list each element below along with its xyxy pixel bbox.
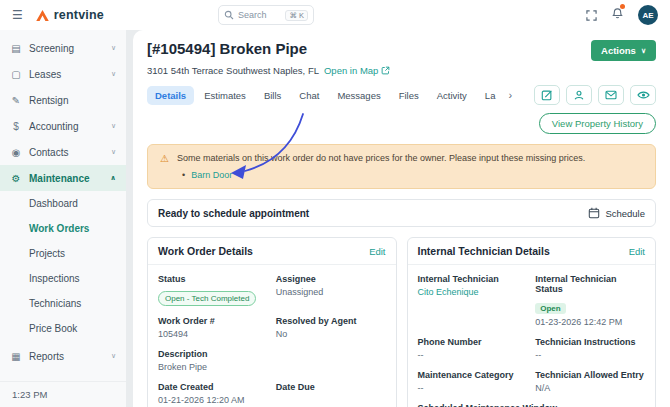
field-label: Date Due bbox=[276, 382, 386, 392]
sidebar-subitem-technicians[interactable]: Technicians bbox=[0, 291, 126, 316]
sidebar-subitem-projects[interactable]: Projects bbox=[0, 241, 126, 266]
user-icon bbox=[573, 89, 585, 101]
field-label: Date Created bbox=[158, 382, 268, 392]
sidebar-subitem-price-book[interactable]: Price Book bbox=[0, 316, 126, 341]
notification-dot bbox=[620, 4, 625, 9]
edit-work-order-link[interactable]: Edit bbox=[369, 246, 385, 257]
tab-bills[interactable]: Bills bbox=[256, 86, 289, 105]
sidebar-subitem-dashboard[interactable]: Dashboard bbox=[0, 191, 126, 216]
contact-button[interactable] bbox=[566, 85, 592, 105]
edit-technician-link[interactable]: Edit bbox=[629, 246, 645, 257]
tabs-row: Details Estimates Bills Chat Messages Fi… bbox=[147, 85, 656, 105]
chevron-down-icon: ∨ bbox=[111, 70, 116, 78]
field-date-created: Date Created 01-21-2026 12:20 AM bbox=[158, 382, 268, 405]
open-in-map-link[interactable]: Open in Map bbox=[324, 65, 390, 76]
field-label: Internal Technician bbox=[418, 274, 528, 284]
rentvine-logo-icon bbox=[35, 9, 50, 22]
field-work-order-number: Work Order # 105494 bbox=[158, 316, 268, 339]
field-technician-instructions: Technician Instructions -- bbox=[535, 337, 645, 360]
schedule-button[interactable]: Schedule bbox=[588, 207, 645, 219]
search-placeholder: Search bbox=[238, 10, 281, 20]
calendar-icon bbox=[588, 207, 600, 219]
contacts-icon: ◉ bbox=[10, 147, 22, 158]
warning-icon: ⚠ bbox=[160, 153, 169, 165]
sidebar-subitem-work-orders[interactable]: Work Orders bbox=[0, 216, 126, 241]
sidebar-item-screening[interactable]: ▤ Screening ∨ bbox=[0, 35, 126, 61]
reports-icon: ▦ bbox=[10, 351, 22, 362]
field-value: Unassigned bbox=[276, 287, 386, 297]
tabs-scroll-right-icon[interactable]: › bbox=[505, 89, 515, 101]
actions-button[interactable]: Actions ∨ bbox=[591, 40, 656, 61]
technician-status-date: 01-23-2026 12:42 PM bbox=[535, 317, 645, 327]
session-clock: 1:23 PM bbox=[0, 381, 126, 407]
sidebar-item-contacts[interactable]: ◉ Contacts ∨ bbox=[0, 139, 126, 165]
logo-text: rentvine bbox=[54, 8, 104, 22]
chevron-down-icon: ∨ bbox=[111, 148, 116, 156]
sidebar-item-accounting[interactable]: $ Accounting ∨ bbox=[0, 113, 126, 139]
expand-icon[interactable] bbox=[586, 10, 597, 21]
email-button[interactable] bbox=[598, 85, 624, 105]
search-input[interactable]: Search ⌘ K bbox=[218, 5, 314, 25]
alert-message: Some materials on this work order do not… bbox=[177, 153, 585, 165]
property-address: 3101 54th Terrace Southwest Naples, FL bbox=[147, 65, 319, 76]
tab-estimates[interactable]: Estimates bbox=[196, 86, 254, 105]
tab-labor-truncated[interactable]: La bbox=[477, 86, 504, 105]
sidebar-item-leases[interactable]: ▢ Leases ∨ bbox=[0, 61, 126, 87]
card-title: Internal Technician Details bbox=[418, 245, 550, 257]
field-value: -- bbox=[535, 350, 645, 360]
tab-chat[interactable]: Chat bbox=[291, 86, 327, 105]
field-label: Internal Technician Status bbox=[535, 274, 645, 294]
view-property-history-button[interactable]: View Property History bbox=[539, 113, 656, 134]
hamburger-menu-icon[interactable]: ☰ bbox=[12, 9, 23, 21]
pencil-square-icon bbox=[541, 89, 553, 101]
rentvine-logo[interactable]: rentvine bbox=[35, 8, 104, 22]
quick-action-buttons bbox=[534, 85, 656, 105]
field-label: Technician Instructions bbox=[535, 337, 645, 347]
barn-door-link[interactable]: Barn Door bbox=[191, 170, 232, 180]
chevron-down-icon: ∨ bbox=[111, 352, 116, 360]
tab-activity[interactable]: Activity bbox=[429, 86, 475, 105]
technician-link[interactable]: Cito Echenique bbox=[418, 287, 528, 297]
field-label: Assignee bbox=[276, 274, 386, 284]
field-internal-technician: Internal Technician Cito Echenique bbox=[418, 274, 528, 327]
field-value: Broken Pipe bbox=[158, 362, 386, 372]
actions-button-label: Actions bbox=[601, 45, 636, 56]
tab-details[interactable]: Details bbox=[147, 86, 194, 105]
status-badge: Open - Tech Completed bbox=[158, 291, 256, 306]
field-maintenance-category: Maintenance Category -- bbox=[418, 370, 528, 393]
field-technician-status: Internal Technician Status Open 01-23-20… bbox=[535, 274, 645, 327]
sidebar-item-label: Contacts bbox=[29, 147, 68, 158]
notifications-button[interactable] bbox=[611, 6, 624, 24]
envelope-icon bbox=[605, 90, 617, 100]
technician-status-badge: Open bbox=[535, 303, 565, 314]
field-label: Description bbox=[158, 349, 386, 359]
page-title: [#105494] Broken Pipe bbox=[147, 40, 307, 57]
sidebar-item-label: Rentsign bbox=[29, 95, 68, 106]
sidebar-subitem-inspections[interactable]: Inspections bbox=[0, 266, 126, 291]
eye-icon bbox=[637, 90, 650, 100]
field-value: 105494 bbox=[158, 329, 268, 339]
schedule-button-label: Schedule bbox=[605, 208, 645, 219]
tab-messages[interactable]: Messages bbox=[329, 86, 388, 105]
field-label: Maintenance Category bbox=[418, 370, 528, 380]
sidebar-item-maintenance[interactable]: ⚙ Maintenance ∧ bbox=[0, 165, 126, 191]
field-date-due: Date Due bbox=[276, 382, 386, 405]
sidebar-item-reports[interactable]: ▦ Reports ∨ bbox=[0, 343, 126, 369]
field-label: Scheduled Maintenance Window bbox=[418, 403, 646, 407]
tab-files[interactable]: Files bbox=[391, 86, 427, 105]
sidebar-item-rentsign[interactable]: ✎ Rentsign bbox=[0, 87, 126, 113]
sidebar-item-label: Leases bbox=[29, 69, 61, 80]
search-shortcut-badge: ⌘ K bbox=[285, 10, 308, 21]
subitem-label: Dashboard bbox=[29, 198, 78, 209]
field-scheduled-maintenance-window: Scheduled Maintenance Window bbox=[418, 403, 646, 407]
subitem-label: Inspections bbox=[29, 273, 80, 284]
history-row: View Property History bbox=[147, 113, 656, 134]
user-avatar[interactable]: AE bbox=[638, 5, 658, 25]
field-value: -- bbox=[418, 383, 528, 393]
edit-note-button[interactable] bbox=[534, 85, 560, 105]
search-icon bbox=[224, 10, 234, 20]
card-body: Status Open - Tech Completed Assignee Un… bbox=[148, 265, 396, 407]
main-area: [#105494] Broken Pipe Actions ∨ 3101 54t… bbox=[126, 30, 670, 407]
preview-button[interactable] bbox=[630, 85, 656, 105]
open-in-map-label: Open in Map bbox=[324, 65, 378, 76]
